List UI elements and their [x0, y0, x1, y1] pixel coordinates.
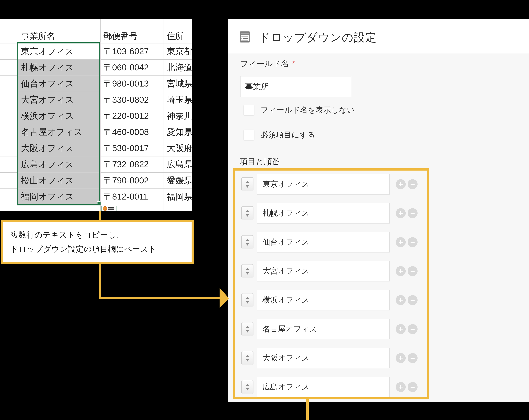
- add-item-button[interactable]: +: [396, 382, 406, 392]
- reorder-spinner[interactable]: [241, 206, 253, 220]
- cell-address[interactable]: 北海道: [164, 59, 192, 75]
- spinner-up-icon[interactable]: [246, 268, 249, 270]
- connector-line-bottom: [306, 398, 309, 420]
- paste-options-button[interactable]: [102, 206, 117, 211]
- connector-line-horizontal: [99, 297, 220, 299]
- reorder-spinner[interactable]: [241, 293, 253, 307]
- remove-item-button[interactable]: −: [408, 266, 418, 276]
- spinner-down-icon[interactable]: [246, 185, 249, 188]
- column-header[interactable]: 郵便番号: [100, 29, 164, 43]
- spinner-down-icon[interactable]: [246, 214, 249, 217]
- item-input[interactable]: 大阪オフィス: [257, 348, 390, 368]
- cell-address[interactable]: 宮城県: [164, 75, 192, 92]
- remove-item-button[interactable]: −: [408, 382, 418, 392]
- panel-title: ドロップダウンの設定: [259, 30, 377, 45]
- remove-item-button[interactable]: −: [408, 295, 418, 305]
- item-input[interactable]: 仙台オフィス: [257, 232, 390, 253]
- add-item-button[interactable]: +: [396, 353, 406, 363]
- cell-postal[interactable]: 〒060-0042: [100, 59, 164, 75]
- cell-postal[interactable]: 〒103-6027: [100, 43, 164, 59]
- panel-header: ドロップダウンの設定: [228, 19, 529, 54]
- item-input[interactable]: 名古屋オフィス: [257, 319, 390, 339]
- reorder-spinner[interactable]: [241, 322, 253, 336]
- spinner-up-icon[interactable]: [246, 355, 249, 357]
- spinner-down-icon[interactable]: [246, 330, 249, 333]
- remove-item-button[interactable]: −: [408, 208, 418, 218]
- reorder-spinner[interactable]: [241, 380, 253, 394]
- excel-spreadsheet: 事業所名郵便番号住所東京オフィス〒103-6027東京都札幌オフィス〒060-0…: [0, 19, 192, 211]
- cell-postal[interactable]: 〒732-0822: [100, 156, 164, 172]
- spinner-up-icon[interactable]: [246, 239, 249, 241]
- add-item-button[interactable]: +: [396, 266, 406, 276]
- dropdown-field-icon: [240, 31, 250, 42]
- item-input[interactable]: 大宮オフィス: [257, 261, 390, 282]
- reorder-spinner[interactable]: [241, 351, 253, 365]
- spinner-up-icon[interactable]: [246, 181, 249, 183]
- add-item-button[interactable]: +: [396, 324, 406, 334]
- arrow-head-icon: [220, 288, 229, 308]
- spinner-up-icon[interactable]: [246, 297, 249, 299]
- column-header[interactable]: 住所: [164, 29, 192, 43]
- items-order-label: 項目と順番: [240, 157, 280, 166]
- remove-item-button[interactable]: −: [408, 324, 418, 334]
- add-item-button[interactable]: +: [396, 208, 406, 218]
- spinner-up-icon[interactable]: [246, 210, 249, 212]
- cell-address[interactable]: 広島県: [164, 156, 192, 172]
- connector-line-top: [99, 211, 101, 221]
- cell-address[interactable]: 愛知県: [164, 124, 192, 140]
- cell-postal[interactable]: 〒790-0002: [100, 172, 164, 189]
- item-input[interactable]: 札幌オフィス: [257, 203, 390, 224]
- required-asterisk: *: [292, 59, 295, 68]
- item-input[interactable]: 東京オフィス: [257, 174, 390, 195]
- cell-postal[interactable]: 〒980-0013: [100, 75, 164, 92]
- item-input[interactable]: 広島オフィス: [257, 377, 390, 397]
- spinner-up-icon[interactable]: [246, 326, 249, 328]
- cell-address[interactable]: 福岡県: [164, 189, 192, 205]
- cell-address[interactable]: 神奈川: [164, 108, 192, 124]
- spinner-down-icon[interactable]: [246, 272, 249, 275]
- field-name-label: フィールド名*: [240, 59, 295, 68]
- spinner-up-icon[interactable]: [246, 384, 249, 386]
- remove-item-button[interactable]: −: [408, 237, 418, 247]
- add-item-button[interactable]: +: [396, 179, 406, 189]
- connector-line-down: [99, 264, 101, 299]
- cell-address[interactable]: 愛媛県: [164, 172, 192, 189]
- reorder-spinner[interactable]: [241, 235, 253, 249]
- cell-address[interactable]: 埼玉県: [164, 92, 192, 108]
- cell-postal[interactable]: 〒220-0012: [100, 108, 164, 124]
- cell-address[interactable]: 東京都: [164, 43, 192, 59]
- required-checkbox[interactable]: [244, 130, 254, 140]
- spinner-down-icon[interactable]: [246, 359, 249, 362]
- clipboard-icon: [103, 207, 107, 211]
- field-name-input[interactable]: 事業所: [240, 76, 351, 97]
- annotation-line-2: ドロップダウン設定の項目欄にペースト: [11, 244, 192, 254]
- cell-postal[interactable]: 〒460-0008: [100, 124, 164, 140]
- item-input[interactable]: 横浜オフィス: [257, 290, 390, 311]
- dropdown-settings-panel: ドロップダウンの設定 フィールド名* 事業所 フィールド名を表示しない 必須項目…: [228, 19, 529, 402]
- spinner-down-icon[interactable]: [246, 243, 249, 246]
- required-label[interactable]: 必須項目にする: [261, 130, 315, 140]
- reorder-spinner[interactable]: [241, 264, 253, 278]
- remove-item-button[interactable]: −: [408, 179, 418, 189]
- selection-border: [17, 42, 100, 205]
- annotation-line-1: 複数行のテキストをコピーし、: [11, 230, 192, 240]
- cell-address[interactable]: 大阪府: [164, 140, 192, 156]
- column-header[interactable]: 事業所名: [18, 29, 100, 43]
- annotation-box: 複数行のテキストをコピーし、 ドロップダウン設定の項目欄にペースト: [1, 220, 194, 264]
- fill-handle[interactable]: [97, 202, 101, 205]
- hide-field-name-label[interactable]: フィールド名を表示しない: [261, 105, 355, 115]
- cell-postal[interactable]: 〒812-0011: [100, 189, 164, 205]
- clipboard-icon-lines: [108, 207, 114, 210]
- reorder-spinner[interactable]: [241, 177, 253, 191]
- cell-postal[interactable]: 〒530-0017: [100, 140, 164, 156]
- spinner-down-icon[interactable]: [246, 388, 249, 391]
- cell-postal[interactable]: 〒330-0802: [100, 92, 164, 108]
- hide-field-name-checkbox[interactable]: [244, 105, 254, 115]
- add-item-button[interactable]: +: [396, 237, 406, 247]
- remove-item-button[interactable]: −: [408, 353, 418, 363]
- spinner-down-icon[interactable]: [246, 301, 249, 304]
- add-item-button[interactable]: +: [396, 295, 406, 305]
